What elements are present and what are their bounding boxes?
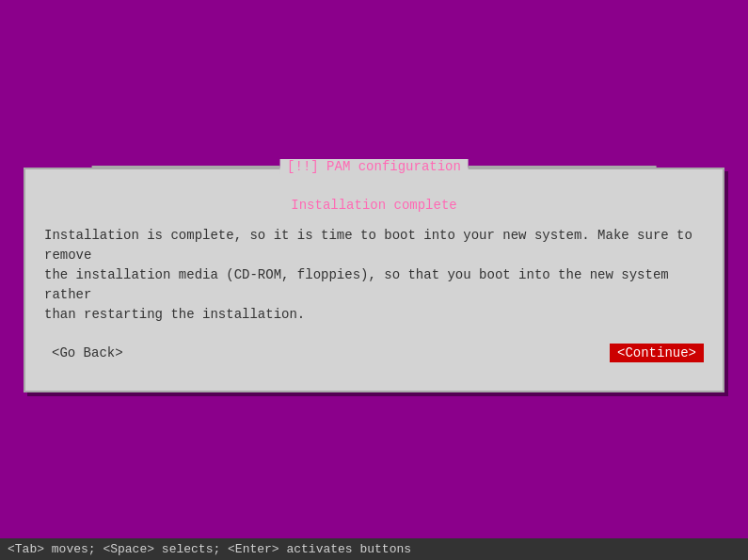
status-bar-text: <Tab> moves; <Space> selects; <Enter> ac… <box>8 542 411 556</box>
dialog-title-bar: [!!] PAM configuration <box>91 159 657 174</box>
go-back-button[interactable]: <Go Back> <box>44 344 131 362</box>
title-line-left <box>91 166 279 168</box>
title-line-right <box>469 166 657 168</box>
continue-button[interactable]: <Continue> <box>610 344 704 362</box>
installation-complete-heading: Installation complete <box>44 198 704 213</box>
dialog-title: [!!] PAM configuration <box>279 159 469 174</box>
dialog-buttons: <Go Back> <Continue> <box>44 344 704 372</box>
dialog-box: [!!] PAM configuration Installation comp… <box>24 168 724 392</box>
terminal-screen: [!!] PAM configuration Installation comp… <box>0 0 748 560</box>
installation-message: Installation is complete, so it is time … <box>44 226 704 325</box>
status-bar: <Tab> moves; <Space> selects; <Enter> ac… <box>0 538 748 560</box>
dialog-content: Installation complete Installation is co… <box>25 179 723 391</box>
